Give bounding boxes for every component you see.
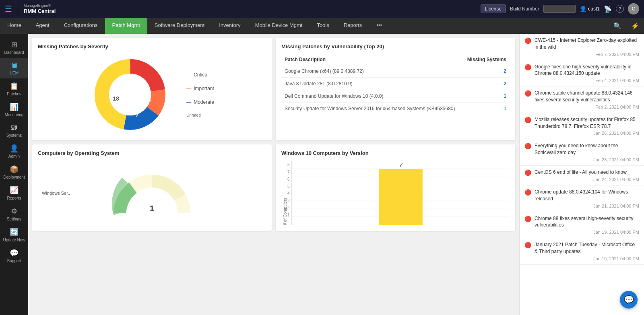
- brand-name: ManageEngine®: [24, 4, 56, 8]
- top-cards-row: Missing Patches by Severity: [32, 38, 515, 140]
- missing-count-cell[interactable]: 1: [463, 90, 510, 103]
- nav-software-deployment[interactable]: Software Deployment: [147, 18, 212, 34]
- donut-center: [109, 74, 151, 115]
- table-row: Dell Command Update for Windows 10 (4.0.…: [281, 90, 510, 103]
- missing-count-cell[interactable]: 2: [463, 65, 510, 78]
- news-item[interactable]: 🔴 Chrome update 88.0.4324.104 for Window…: [520, 185, 644, 212]
- news-item[interactable]: 🔴 Chrome stable channel update 88.0.4324…: [520, 86, 644, 113]
- sidebar-label-admin: Admin: [8, 154, 20, 159]
- chat-button[interactable]: 💬: [620, 291, 638, 309]
- monitoring-icon: 📊: [10, 103, 19, 111]
- news-text: CWE-415 - Internet Explorer Zero-day exp…: [535, 37, 639, 51]
- sidebar-item-monitoring[interactable]: 📊 Monitoring: [0, 99, 28, 120]
- news-item[interactable]: 🔴 Chrome 88 fixes several high-severity …: [520, 212, 644, 239]
- logo: ☰ ManageEngine® RMM Central: [5, 3, 56, 14]
- nav-agent[interactable]: Agent: [29, 18, 57, 34]
- alert-icon: 🔴: [524, 64, 531, 70]
- topbar-actions: License Build Number : 👤 cust1 📡 ? C: [481, 3, 639, 14]
- nav-patch-mgmt[interactable]: Patch Mgmt: [105, 18, 147, 34]
- sidebar-item-uem[interactable]: 🖥 UEM: [0, 58, 28, 78]
- col-missing-systems: Missing Systems: [463, 54, 510, 65]
- news-item[interactable]: 🔴 CentOS 6 end of life - All you need to…: [520, 166, 644, 185]
- news-item-header: 🔴 Chrome 88 fixes several high-severity …: [524, 215, 639, 229]
- help-icon[interactable]: ?: [616, 5, 624, 13]
- sidebar-item-update-now[interactable]: 🔄 Update Now: [0, 224, 28, 245]
- severity-card-title: Missing Patches by Severity: [38, 43, 266, 49]
- legend-moderate: — Moderate: [186, 99, 214, 105]
- search-icon[interactable]: 🔍: [609, 18, 626, 34]
- dashboard-main: Missing Patches by Severity: [28, 34, 519, 315]
- patch-desc-cell: Google Chrome (x64) (89.0.4389.72): [281, 65, 463, 78]
- navbar: Home Agent Configurations Patch Mgmt Sof…: [0, 18, 644, 34]
- win10-bar-area: 7: [291, 161, 510, 225]
- label-moderate: 7: [136, 111, 139, 118]
- main-layout: ⊞ Dashboard 🖥 UEM 📋 Patches 📊 Monitoring…: [0, 34, 644, 315]
- news-item[interactable]: 🔴 Mozilla releases security updates for …: [520, 113, 644, 140]
- alert-icon: 🔴: [524, 189, 531, 196]
- build-input[interactable]: [543, 5, 576, 13]
- news-date: Jan 21, 2021 04:00 PM: [524, 204, 639, 208]
- legend-important: — Important: [186, 86, 214, 91]
- os-card: Computers by Operating System Windows Se…: [32, 144, 272, 231]
- vulnerability-card-title: Missing Patches by Vulnerability (Top 20…: [281, 43, 510, 49]
- win10-y-axis-label: # of Computers: [281, 161, 287, 225]
- nav-mobile-device-mgmt[interactable]: Mobile Device Mgmt: [248, 18, 310, 34]
- sidebar-label-deployment: Deployment: [3, 175, 25, 179]
- table-row: Java 8 Update 281 (8.0.2810.9) 2: [281, 78, 510, 90]
- news-panel: 🔴 CWE-415 - Internet Explorer Zero-day e…: [519, 34, 644, 315]
- sidebar-item-patches[interactable]: 📋 Patches: [0, 78, 28, 99]
- build-number: Build Number :: [510, 5, 576, 13]
- sidebar-item-dashboard[interactable]: ⊞ Dashboard: [0, 37, 28, 58]
- vuln-scroll[interactable]: Patch Description Missing Systems Google…: [281, 54, 510, 115]
- news-text: Chrome stable channel update 88.0.4324.1…: [535, 90, 639, 103]
- news-text: Everything you need to know about the So…: [535, 142, 639, 156]
- sidebar-item-support[interactable]: 💬 Support: [0, 245, 28, 266]
- legend-unrated: Unrated: [186, 113, 214, 117]
- col-patch-desc: Patch Description: [281, 54, 463, 65]
- news-item[interactable]: 🔴 January 2021 Patch Tuesday - Microsoft…: [520, 238, 644, 265]
- news-item[interactable]: 🔴 CWE-415 - Internet Explorer Zero-day e…: [520, 34, 644, 60]
- hamburger-icon[interactable]: ☰: [5, 4, 12, 14]
- patch-desc-cell: Security Update for Windows Server 2016 …: [281, 103, 463, 115]
- patch-desc-cell: Dell Command Update for Windows 10 (4.0.…: [281, 90, 463, 103]
- news-text: CentOS 6 end of life - All you need to k…: [535, 169, 627, 176]
- sidebar-item-admin[interactable]: 👤 Admin: [0, 141, 28, 162]
- donut-container: 9 5 7 18 — Critical —: [38, 54, 266, 135]
- win10-card: Windows 10 Computers by Version # of Com…: [276, 144, 515, 231]
- news-item-header: 🔴 Chrome stable channel update 88.0.4324…: [524, 90, 639, 103]
- missing-count-cell[interactable]: 2: [463, 78, 510, 90]
- patch-desc-cell: Java 8 Update 281 (8.0.2810.9): [281, 78, 463, 90]
- os-arc-green: [120, 188, 133, 213]
- satellite-icon[interactable]: 📡: [604, 5, 612, 13]
- sidebar-item-systems[interactable]: 🖳 Systems: [0, 120, 28, 141]
- nav-home[interactable]: Home: [0, 18, 29, 34]
- nav-inventory[interactable]: Inventory: [212, 18, 248, 34]
- nav-tools[interactable]: Tools: [310, 18, 336, 34]
- notification-icon[interactable]: ⚡: [626, 18, 644, 34]
- reports-icon: 📈: [10, 186, 19, 195]
- legend-important-label: Important: [194, 86, 214, 91]
- news-item[interactable]: 🔴 Google fixes one high-severity vulnera…: [520, 60, 644, 87]
- table-row: Security Update for Windows Server 2016 …: [281, 103, 510, 115]
- tick-6: 6: [287, 177, 290, 181]
- nav-configurations[interactable]: Configurations: [57, 18, 105, 34]
- sidebar-item-reports[interactable]: 📈 Reports: [0, 183, 28, 204]
- news-date: Jan 24, 2021 04:00 PM: [524, 177, 639, 182]
- missing-count-cell[interactable]: 1: [463, 103, 510, 115]
- news-item-header: 🔴 January 2021 Patch Tuesday - Microsoft…: [524, 241, 639, 255]
- nav-more[interactable]: •••: [369, 18, 389, 34]
- sidebar-item-settings[interactable]: ⚙ Settings: [0, 204, 28, 224]
- donut-legend: — Critical — Important — Moderate Unra: [186, 72, 214, 117]
- news-item[interactable]: 🔴 Everything you need to know about the …: [520, 139, 644, 166]
- nav-reports[interactable]: Reports: [336, 18, 369, 34]
- news-text: January 2021 Patch Tuesday - Microsoft O…: [535, 241, 639, 255]
- license-button[interactable]: License: [481, 4, 506, 13]
- systems-icon: 🖳: [10, 124, 18, 132]
- legend-moderate-label: Moderate: [194, 99, 214, 105]
- sidebar-label-patches: Patches: [7, 92, 21, 96]
- tick-2: 2: [287, 206, 290, 210]
- avatar[interactable]: C: [628, 3, 639, 14]
- donut-svg: 9 5 7 18: [90, 54, 170, 135]
- sidebar-item-deployment[interactable]: 📦 Deployment: [0, 162, 28, 183]
- tick-4: 4: [287, 191, 290, 196]
